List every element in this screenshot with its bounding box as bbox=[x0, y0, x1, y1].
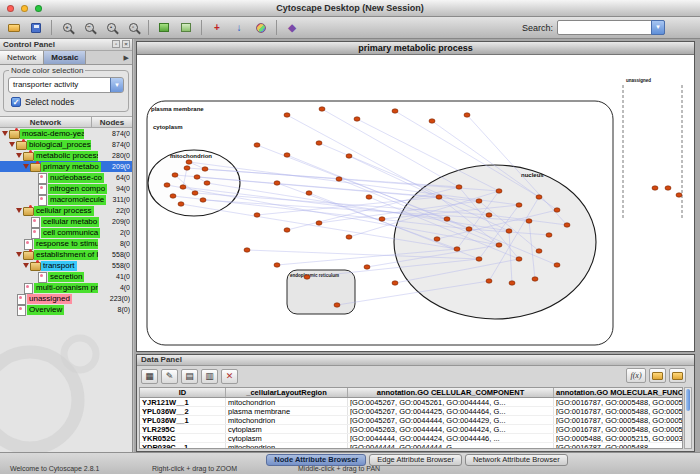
network-node[interactable] bbox=[665, 186, 671, 190]
save-session-icon[interactable] bbox=[26, 19, 46, 37]
network-node[interactable] bbox=[486, 213, 492, 217]
table-cell[interactable]: YDR039C__1 bbox=[140, 443, 226, 449]
select-nodes-checkbox[interactable]: ✓ bbox=[11, 97, 21, 107]
network-node[interactable] bbox=[456, 185, 462, 189]
table-cell[interactable]: [GO:0016787, GO:0005488, GO:0005215, G..… bbox=[554, 407, 683, 415]
network-node[interactable] bbox=[536, 195, 542, 199]
tree-row-cellular-metabo[interactable]: cellular metabo209(0 bbox=[0, 216, 132, 227]
tree-row-cellular-process[interactable]: cellular process22(0 bbox=[0, 205, 132, 216]
table-cell[interactable]: [GO:0016787, GO:0005488, GO:0005215, G..… bbox=[554, 416, 683, 424]
expander-icon[interactable] bbox=[2, 128, 9, 139]
vizmapper-icon[interactable] bbox=[251, 19, 271, 37]
network-node[interactable] bbox=[354, 117, 360, 121]
table-cell[interactable]: [GO:0045267, GO:0045261, GO:0044444, G..… bbox=[348, 398, 554, 406]
network-node[interactable] bbox=[536, 249, 542, 253]
tab-scroll-right-icon[interactable]: ▶ bbox=[121, 51, 132, 64]
table-cell[interactable]: [GO:0045267, GO:0044444, GO:0044429, G..… bbox=[348, 416, 554, 424]
delete-attribute-icon[interactable]: ✕ bbox=[221, 369, 238, 384]
zoom-fit-content-icon[interactable]: ▫ bbox=[123, 19, 143, 37]
tree-column-nodes[interactable]: Nodes bbox=[92, 117, 132, 127]
table-cell[interactable]: YLR295C bbox=[140, 425, 226, 433]
network-node[interactable] bbox=[274, 181, 280, 185]
search-input[interactable]: ▼ bbox=[557, 20, 665, 35]
network-node[interactable] bbox=[506, 229, 512, 233]
node-color-dropdown[interactable]: transporter activity ▼ bbox=[8, 77, 124, 93]
column-header-0[interactable]: ID bbox=[140, 388, 226, 397]
expander-icon[interactable] bbox=[16, 249, 23, 260]
network-node[interactable] bbox=[304, 275, 310, 279]
tree-row-primary-metabo[interactable]: primary metabo209(0 bbox=[0, 161, 132, 172]
network-node[interactable] bbox=[346, 154, 352, 158]
import-attributes-icon[interactable] bbox=[649, 368, 666, 383]
network-node[interactable] bbox=[284, 153, 290, 157]
network-node[interactable] bbox=[346, 235, 352, 239]
network-node[interactable] bbox=[444, 217, 450, 221]
float-panel-icon[interactable]: ▫ bbox=[112, 40, 120, 48]
tree-row-cell-communica[interactable]: cell communica2(0 bbox=[0, 227, 132, 238]
network-node[interactable] bbox=[676, 193, 682, 197]
table-cell[interactable]: YJR121W__1 bbox=[140, 398, 226, 406]
network-node[interactable] bbox=[334, 303, 340, 307]
network-node[interactable] bbox=[429, 119, 435, 123]
network-node[interactable] bbox=[274, 263, 280, 267]
tree-row-overview[interactable]: Overview8(0) bbox=[0, 304, 132, 315]
table-cell[interactable]: [GO:0044444, GO:0044444, G... bbox=[348, 443, 554, 449]
network-node[interactable] bbox=[496, 189, 502, 193]
tree-row-mosaic-demo-yeast[interactable]: mosaic-demo-yeast874(0 bbox=[0, 128, 132, 139]
table-row[interactable]: YKR052Ccytoplasm[GO:0044444, GO:0044424,… bbox=[140, 434, 682, 443]
formula-builder-icon[interactable]: f(x) bbox=[626, 368, 646, 383]
network-node[interactable] bbox=[164, 183, 170, 187]
network-node[interactable] bbox=[184, 166, 190, 170]
table-cell[interactable]: YKR052C bbox=[140, 434, 226, 442]
tree-row-metabolic-process[interactable]: metabolic process280(0 bbox=[0, 150, 132, 161]
network-node[interactable] bbox=[364, 265, 370, 269]
plugin-manager-icon[interactable]: ◆ bbox=[282, 19, 302, 37]
zoom-in-icon[interactable]: + bbox=[57, 19, 77, 37]
open-session-icon[interactable] bbox=[4, 19, 24, 37]
network-node[interactable] bbox=[170, 194, 176, 198]
tab-network[interactable]: Network bbox=[0, 51, 44, 64]
search-dropdown-icon[interactable]: ▼ bbox=[651, 20, 665, 35]
network-node[interactable] bbox=[244, 248, 250, 252]
tree-row-multi-organism-pro[interactable]: multi-organism pro4(0 bbox=[0, 282, 132, 293]
select-attributes-icon[interactable]: ▦ bbox=[141, 369, 158, 384]
network-node[interactable] bbox=[316, 141, 322, 145]
network-node[interactable] bbox=[486, 279, 492, 283]
import-network-icon[interactable]: ↓ bbox=[229, 19, 249, 37]
network-node[interactable] bbox=[200, 198, 206, 202]
table-cell[interactable]: [GO:0016787, GO:0005488, GO:0005215, GO:… bbox=[554, 425, 683, 433]
tree-row-macromolecule[interactable]: macromolecule311(0 bbox=[0, 194, 132, 205]
network-node[interactable] bbox=[554, 208, 560, 212]
network-node[interactable] bbox=[546, 233, 552, 237]
tree-row-nitrogen-compo[interactable]: nitrogen compo94(0 bbox=[0, 183, 132, 194]
table-cell[interactable]: [GO:0044444, GO:0044424, GO:0044446, ... bbox=[348, 434, 554, 442]
copy-attribute-icon[interactable]: ▤ bbox=[181, 369, 198, 384]
tree-row-nucleobase-co[interactable]: nucleobase-co64(0 bbox=[0, 172, 132, 183]
table-cell[interactable]: [GO:0045263, GO:0044444, GO:0044424, G..… bbox=[348, 425, 554, 433]
network-node[interactable] bbox=[284, 113, 290, 117]
network-node[interactable] bbox=[554, 263, 560, 267]
network-node[interactable] bbox=[526, 219, 532, 223]
tree-row-response-to-stimu[interactable]: response to stimu8(0 bbox=[0, 238, 132, 249]
table-row[interactable]: YDR039C__1mitochondrion[GO:0044444, GO:0… bbox=[140, 443, 682, 449]
expander-icon[interactable] bbox=[16, 150, 23, 161]
table-cell[interactable]: [GO:0016787, GO:0005488, ... bbox=[554, 443, 683, 449]
expander-icon[interactable] bbox=[23, 161, 30, 172]
table-cell[interactable]: mitochondrion bbox=[226, 398, 348, 406]
table-cell[interactable]: cytoplasm bbox=[226, 425, 348, 433]
tree-row-unassigned[interactable]: unassigned223(0) bbox=[0, 293, 132, 304]
network-node[interactable] bbox=[306, 191, 312, 195]
network-node[interactable] bbox=[172, 173, 178, 177]
table-scrollbar[interactable] bbox=[684, 387, 692, 449]
network-node[interactable] bbox=[496, 243, 502, 247]
list-attributes-icon[interactable]: ▥ bbox=[201, 369, 218, 384]
column-header-2[interactable]: annotation.GO CELLULAR_COMPONENT bbox=[348, 388, 554, 397]
network-node[interactable] bbox=[316, 221, 322, 225]
expander-icon[interactable] bbox=[16, 205, 23, 216]
network-node[interactable] bbox=[192, 191, 198, 195]
zoom-selected-region-icon[interactable]: • bbox=[101, 19, 121, 37]
network-node[interactable] bbox=[436, 195, 442, 199]
table-scrollbar-thumb[interactable] bbox=[686, 389, 690, 411]
table-cell[interactable]: [GO:0005488, GO:0005215, GO:0003... bbox=[554, 434, 683, 442]
column-header-3[interactable]: annotation.GO MOLECULAR_FUNCTION bbox=[554, 388, 683, 397]
